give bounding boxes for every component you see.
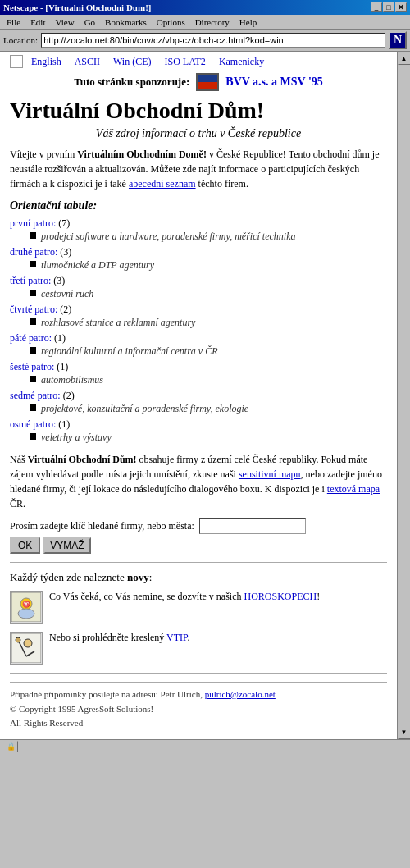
textova-mapa-link[interactable]: textová mapa	[327, 483, 380, 495]
weekly-item-vtip: Nebo si prohlédněte kreslený VTIP.	[10, 632, 387, 665]
bullet-sq-3	[30, 290, 36, 296]
nav-checkbox[interactable]	[10, 55, 23, 68]
floor-8-count: (1)	[58, 418, 70, 430]
bvv-logo	[196, 73, 219, 91]
ok-button[interactable]: OK	[10, 537, 40, 554]
bullet-sq-1	[30, 232, 36, 239]
svg-point-2	[18, 609, 34, 619]
intro-paragraph: Vítejte v prvním Virtuálním Obchodním Do…	[10, 147, 387, 191]
menu-options[interactable]: Options	[152, 16, 190, 28]
nav-kamenicky[interactable]: Kamenicky	[219, 56, 264, 68]
browser-content: English ASCII Win (CE) ISO LAT2 Kamenick…	[0, 52, 397, 739]
netscape-icon: N	[389, 31, 407, 49]
floor-8-link[interactable]: osmé patro:	[10, 418, 56, 430]
nav-win-ce[interactable]: Win (CE)	[113, 56, 152, 68]
menu-bookmarks[interactable]: Bookmarks	[100, 16, 152, 28]
menu-file[interactable]: File	[2, 16, 25, 28]
bullet-sq-8	[30, 433, 36, 440]
menu-help[interactable]: Help	[235, 16, 262, 28]
svg-point-8	[16, 637, 20, 642]
menu-go[interactable]: Go	[80, 16, 100, 28]
svg-point-6	[24, 639, 32, 647]
footer-email-link[interactable]: pulrich@zocalo.net	[205, 689, 276, 699]
search-row: Prosím zadejte klíč hledané firmy, nebo …	[10, 518, 387, 534]
vtip-link[interactable]: VTIP	[166, 632, 187, 643]
nav-iso-lat2[interactable]: ISO LAT2	[165, 56, 206, 68]
scroll-track[interactable]	[398, 65, 411, 726]
floor-2-count: (3)	[60, 246, 71, 258]
floor-7-link[interactable]: sedmé patro:	[10, 390, 61, 401]
clear-button[interactable]: VYMAŽ	[43, 537, 90, 554]
floor-1-link[interactable]: první patro:	[10, 217, 56, 229]
title-bar: Netscape - [Virtualni Obchodni Dum!] _ □…	[0, 0, 410, 15]
intro-text-end: těchto firem.	[196, 178, 248, 190]
location-bar: Location: N	[0, 30, 410, 52]
weekly-title: Každý týden zde naleznete novy:	[10, 571, 387, 584]
menu-view[interactable]: View	[50, 16, 79, 28]
intro-text-before: Vítejte v prvním	[10, 148, 77, 160]
browser-area: English ASCII Win (CE) ISO LAT2 Kamenick…	[0, 52, 410, 739]
sensitivni-mapa-link[interactable]: sensitivní mapu	[239, 468, 301, 480]
floor-item-6: šesté patro: (1) automobilismus	[10, 361, 387, 386]
horoscope-link[interactable]: HOROSKOPECH	[244, 591, 317, 602]
floors-title: Orientační tabule:	[10, 199, 387, 212]
sponsor-label: Tuto stránku sponzoruje:	[74, 75, 189, 89]
search-input[interactable]	[199, 518, 306, 534]
footer-line3: All Rights Reserved	[10, 716, 387, 731]
menu-edit[interactable]: Edit	[25, 16, 50, 28]
search-description: Náš Virtuální Obchodní Dům! obsahuje fir…	[10, 452, 387, 554]
floor-item-4: čtvrté patro: (2) rozhlasové stanice a r…	[10, 304, 387, 329]
vtip-icon	[10, 632, 43, 665]
bullet-sq-5	[30, 347, 36, 354]
search-label: Prosím zadejte klíč hledané firmy, nebo …	[10, 519, 194, 533]
scroll-up-button[interactable]: ▲	[398, 52, 411, 65]
floor-6-count: (1)	[57, 361, 68, 372]
subtitle: Váš zdroj informací o trhu v České repub…	[10, 127, 387, 140]
floors-list: první patro: (7) prodejci software a har…	[10, 217, 387, 444]
minimize-button[interactable]: _	[371, 2, 382, 12]
floor-5-link[interactable]: páté patro:	[10, 332, 52, 344]
bullet-sq-2	[30, 261, 36, 267]
floor-2-link[interactable]: druhé patro:	[10, 246, 57, 258]
scrollbar-vertical: ▲ ▼	[397, 52, 410, 739]
bullet-sq-7	[30, 404, 36, 411]
divider-2	[10, 673, 387, 674]
sponsor-link[interactable]: BVV a.s. a MSV '95	[226, 75, 323, 89]
floor-3-desc: cestovní ruch	[30, 288, 387, 300]
floor-4-link[interactable]: čtvrté patro:	[10, 304, 57, 315]
footer-line2: © Copyright 1995 AgresSoft Solutions!	[10, 702, 387, 717]
window-title: Netscape - [Virtualni Obchodni Dum!]	[3, 2, 151, 12]
status-bar: 🔒	[0, 739, 410, 754]
floor-2-desc: tlumočnické a DTP agentury	[30, 259, 387, 272]
floor-item-5: páté patro: (1) regionální kulturní a in…	[10, 332, 387, 358]
floor-item-3: třetí patro: (3) cestovní ruch	[10, 275, 387, 300]
floor-4-desc: rozhlasové stanice a reklamní agentury	[30, 317, 387, 329]
floor-3-link[interactable]: třetí patro:	[10, 275, 51, 286]
floor-1-count: (7)	[58, 217, 70, 229]
maximize-button[interactable]: □	[383, 2, 394, 12]
intro-abecedni-link[interactable]: abecední seznam	[129, 178, 196, 190]
menu-directory[interactable]: Directory	[190, 16, 235, 28]
floor-item-1: první patro: (7) prodejci software a har…	[10, 217, 387, 243]
scroll-down-button[interactable]: ▼	[398, 726, 411, 739]
sponsor-section: Tuto stránku sponzoruje: BVV a.s. a MSV …	[10, 73, 387, 91]
svg-rect-4	[11, 633, 41, 663]
bullet-sq-6	[30, 376, 36, 382]
floor-7-count: (2)	[63, 390, 75, 401]
floor-item-2: druhé patro: (3) tlumočnické a DTP agent…	[10, 246, 387, 272]
bullet-sq-4	[30, 318, 36, 325]
nav-english[interactable]: English	[31, 56, 61, 68]
floor-6-link[interactable]: šesté patro:	[10, 361, 54, 372]
page-content: English ASCII Win (CE) ISO LAT2 Kamenick…	[0, 52, 397, 739]
location-input[interactable]	[41, 33, 385, 48]
search-intro-before: Náš	[10, 454, 28, 465]
status-icon: 🔒	[3, 741, 18, 752]
nav-ascii[interactable]: ASCII	[75, 56, 100, 68]
search-intro-after3: ČR.	[10, 498, 25, 509]
vtip-text: Nebo si prohlédněte kreslený VTIP.	[49, 632, 189, 644]
window-controls: _ □ ✕	[371, 2, 407, 12]
floor-7-desc: projektové, konzultační a poradenské fir…	[30, 403, 387, 415]
floor-item-7: sedmé patro: (2) projektové, konzultační…	[10, 390, 387, 415]
close-button[interactable]: ✕	[395, 2, 407, 12]
location-label: Location:	[3, 35, 38, 45]
